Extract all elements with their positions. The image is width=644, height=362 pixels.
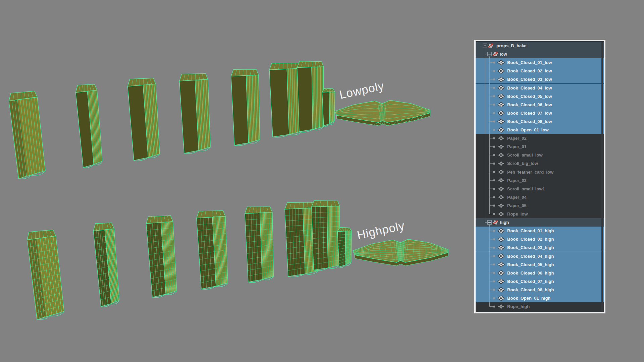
outliner-row-Book_Closed_07_high[interactable] bbox=[476, 277, 604, 286]
outliner-panel: props_B_bakelowBook_Closed_01_lowBook_Cl… bbox=[474, 40, 605, 313]
model-Book_Closed_08_high[interactable] bbox=[337, 227, 352, 268]
outliner-row-Book_Closed_08_low[interactable] bbox=[476, 117, 604, 126]
model-Book_Closed_07_high[interactable] bbox=[311, 200, 341, 270]
outliner-row-Scroll_small_low1[interactable] bbox=[476, 185, 604, 193]
outliner-row-low[interactable] bbox=[476, 50, 604, 58]
outliner-row-Book_Closed_04_low[interactable] bbox=[476, 84, 604, 92]
outliner-row-Book_Closed_05_low[interactable] bbox=[476, 92, 604, 101]
outliner-row-Book_Closed_06_low[interactable] bbox=[476, 101, 604, 109]
outliner-row-Paper_04[interactable] bbox=[476, 193, 604, 201]
outliner-row-Book_Closed_05_high[interactable] bbox=[476, 260, 604, 269]
outliner-row-Rope_low[interactable] bbox=[476, 210, 604, 218]
outliner-row-Book_Closed_03_low[interactable] bbox=[476, 75, 604, 83]
outliner-row-props_B_bake[interactable] bbox=[476, 42, 604, 50]
application-window: { "viewport": { "background": "#828282",… bbox=[0, 0, 644, 362]
outliner-row-Pen_feather_card_low[interactable] bbox=[476, 168, 604, 176]
outliner-row-Book_Open_01_low[interactable] bbox=[476, 126, 604, 134]
outliner-row-Paper_02[interactable] bbox=[476, 134, 604, 142]
outliner-tree: props_B_bakelowBook_Closed_01_lowBook_Cl… bbox=[476, 41, 604, 312]
outliner-row-Paper_03[interactable] bbox=[476, 176, 604, 185]
outliner-row-Scroll_small_low[interactable] bbox=[476, 151, 604, 159]
outliner-row-Book_Open_01_high[interactable] bbox=[476, 294, 604, 302]
model-Book_Closed_05_low[interactable] bbox=[231, 69, 261, 146]
outliner-scrollbar-track[interactable] bbox=[601, 41, 603, 312]
outliner-row-Book_Closed_04_high[interactable] bbox=[476, 252, 604, 260]
outliner-row-Book_Closed_01_low[interactable] bbox=[476, 58, 604, 67]
model-Book_Closed_04_high[interactable] bbox=[196, 210, 229, 290]
outliner-row-Book_Closed_02_high[interactable] bbox=[476, 235, 604, 243]
outliner-row-Rope_high[interactable] bbox=[476, 302, 604, 311]
outliner-row-Book_Closed_03_high[interactable] bbox=[476, 243, 604, 252]
model-Book_Closed_05_high[interactable] bbox=[245, 206, 275, 283]
outliner-row-Book_Closed_01_high[interactable] bbox=[476, 227, 604, 235]
outliner-row-Book_Closed_08_high[interactable] bbox=[476, 286, 604, 294]
model-Book_Closed_08_low[interactable] bbox=[322, 88, 335, 127]
outliner-row-Book_Closed_07_low[interactable] bbox=[476, 109, 604, 117]
model-Book_Closed_07_low[interactable] bbox=[297, 61, 325, 132]
outliner-row-Paper_05[interactable] bbox=[476, 201, 604, 210]
outliner-row-high[interactable] bbox=[476, 218, 604, 227]
model-Book_Closed_04_low[interactable] bbox=[179, 73, 212, 154]
outliner-row-Paper_01[interactable] bbox=[476, 142, 604, 151]
outliner-row-Scroll_big_low[interactable] bbox=[476, 159, 604, 168]
outliner-row-Book_Closed_06_high[interactable] bbox=[476, 269, 604, 277]
outliner-row-Book_Closed_02_low[interactable] bbox=[476, 67, 604, 75]
